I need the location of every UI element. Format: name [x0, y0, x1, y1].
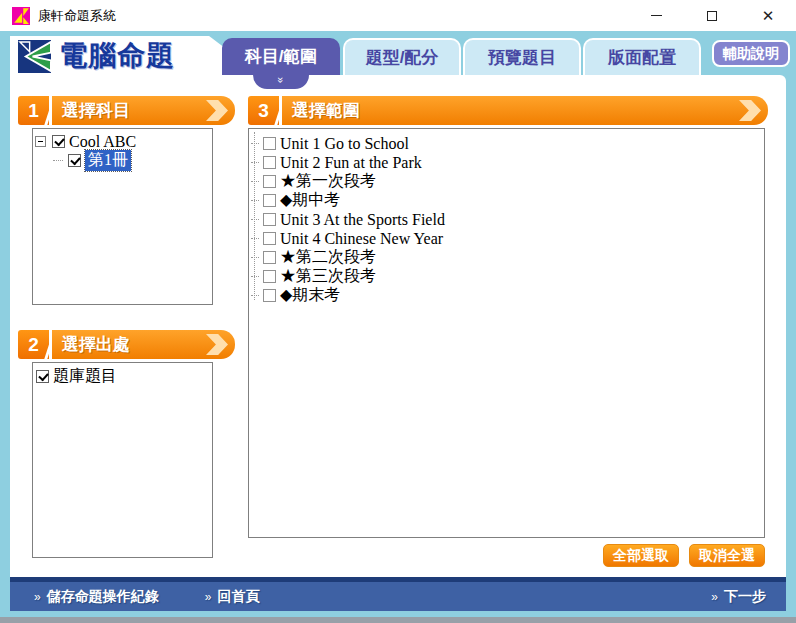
range-item-label[interactable]: Unit 3 At the Sports Field: [280, 211, 445, 229]
checkbox-book1[interactable]: [68, 154, 81, 167]
step-number: 1: [18, 96, 49, 125]
select-all-button[interactable]: 全部選取: [603, 544, 679, 567]
list-item[interactable]: ★第三次段考: [249, 267, 764, 286]
section-source-header: 2 選擇出處: [18, 330, 235, 359]
section-title: 選擇範圍: [292, 99, 360, 122]
deselect-all-button[interactable]: 取消全選: [689, 544, 765, 567]
window-title: 康軒命題系統: [38, 7, 116, 25]
checkbox-exam2[interactable]: [263, 251, 276, 264]
tree-row-child[interactable]: 第1冊: [53, 151, 210, 170]
list-item[interactable]: ◆期中考: [249, 191, 764, 210]
section-range-header: 3 選擇範圍: [248, 96, 768, 125]
subject-tree: Cool ABC 第1冊: [32, 128, 213, 305]
section-subject-header: 1 選擇科目: [18, 96, 235, 125]
list-item[interactable]: ◆期末考: [249, 286, 764, 305]
list-item[interactable]: Unit 1 Go to School: [249, 134, 764, 153]
chevron-right-icon: »: [205, 590, 212, 604]
home-label: 回首頁: [217, 588, 259, 606]
checkbox-unit4[interactable]: [263, 232, 276, 245]
chevron-right-icon: »: [34, 590, 41, 604]
range-item-label[interactable]: ◆期末考: [280, 285, 340, 306]
range-item-label[interactable]: ◆期中考: [280, 190, 340, 211]
list-item[interactable]: Unit 3 At the Sports Field: [249, 210, 764, 229]
range-item-label[interactable]: ★第二次段考: [280, 247, 376, 268]
tab-page-layout[interactable]: 版面配置: [583, 38, 701, 75]
arrow-right-icon: [206, 334, 228, 355]
minimize-button[interactable]: [628, 0, 684, 31]
list-item[interactable]: ★第二次段考: [249, 248, 764, 267]
section-title: 選擇出處: [62, 333, 130, 356]
chevron-down-icon: »: [276, 77, 286, 83]
range-item-label[interactable]: Unit 1 Go to School: [280, 135, 409, 153]
checkbox-midterm[interactable]: [263, 194, 276, 207]
next-step-button[interactable]: » 下一步: [711, 588, 766, 606]
next-step-label: 下一步: [724, 588, 766, 606]
range-item-label[interactable]: Unit 2 Fun at the Park: [280, 154, 422, 172]
section-title: 選擇科目: [62, 99, 130, 122]
arrow-right-icon: [739, 100, 761, 121]
save-record-label: 儲存命題操作紀錄: [47, 588, 159, 606]
range-item-label[interactable]: Unit 4 Chinese New Year: [280, 230, 443, 248]
home-link[interactable]: » 回首頁: [205, 588, 260, 606]
collapse-icon[interactable]: [35, 136, 46, 147]
maximize-icon: [707, 11, 717, 21]
checkbox-exam3[interactable]: [263, 270, 276, 283]
product-title: 電腦命題: [59, 37, 175, 75]
range-item-label[interactable]: ★第一次段考: [280, 171, 376, 192]
maximize-button[interactable]: [684, 0, 740, 31]
app-logo-icon: [12, 7, 30, 25]
bottom-edge: [0, 617, 796, 623]
list-item[interactable]: Unit 4 Chinese New Year: [249, 229, 764, 248]
tab-preview-questions[interactable]: 預覽題目: [463, 38, 581, 75]
active-tab-pointer: »: [253, 75, 309, 89]
kangxuan-k-icon: [18, 40, 51, 73]
range-item-label[interactable]: ★第三次段考: [280, 266, 376, 287]
range-actions: 全部選取 取消全選: [248, 544, 765, 567]
minimize-icon: [651, 15, 662, 16]
tree-row-root[interactable]: Cool ABC: [35, 132, 210, 151]
window-controls: ✕: [628, 0, 796, 31]
tab-question-type[interactable]: 題型/配分: [343, 38, 461, 75]
list-item[interactable]: 題庫題目: [36, 367, 209, 386]
checkbox-question-bank[interactable]: [36, 370, 49, 383]
checkbox-unit2[interactable]: [263, 156, 276, 169]
title-bar: 康軒命題系統 ✕: [0, 0, 796, 31]
arrow-right-icon: [206, 100, 228, 121]
footer-bar: » 儲存命題操作紀錄 » 回首頁 » 下一步: [10, 577, 786, 611]
checkbox-final[interactable]: [263, 289, 276, 302]
checkbox-unit3[interactable]: [263, 213, 276, 226]
source-item-label[interactable]: 題庫題目: [53, 366, 117, 387]
step-number: 2: [18, 330, 49, 359]
list-item[interactable]: Unit 2 Fun at the Park: [249, 153, 764, 172]
tree-label-book1-selected[interactable]: 第1冊: [85, 150, 131, 171]
chevron-right-icon: »: [711, 590, 718, 604]
checkbox-exam1[interactable]: [263, 175, 276, 188]
tab-subject-range[interactable]: 科目/範圍: [222, 38, 340, 75]
close-icon: ✕: [762, 8, 775, 23]
checkbox-cool-abc[interactable]: [52, 135, 65, 148]
tree-connector-line: [254, 132, 255, 300]
source-list: 題庫題目: [32, 362, 213, 558]
step-number: 3: [248, 96, 279, 125]
tree-label-root[interactable]: Cool ABC: [69, 133, 136, 151]
range-list: Unit 1 Go to School Unit 2 Fun at the Pa…: [248, 128, 765, 538]
close-button[interactable]: ✕: [740, 0, 796, 31]
checkbox-unit1[interactable]: [263, 137, 276, 150]
list-item[interactable]: ★第一次段考: [249, 172, 764, 191]
save-record-link[interactable]: » 儲存命題操作紀錄: [34, 588, 159, 606]
help-button[interactable]: 輔助說明: [712, 40, 790, 67]
